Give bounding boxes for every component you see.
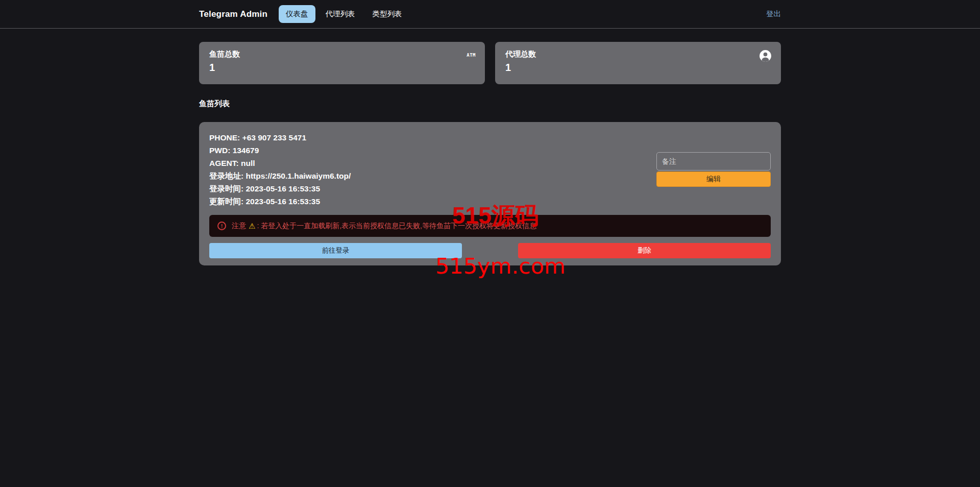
exclamation-circle-icon: ! bbox=[217, 222, 226, 230]
person-circle-icon bbox=[759, 50, 772, 64]
remark-column: 编辑 bbox=[656, 152, 771, 187]
brand-title[interactable]: Telegram Admin bbox=[199, 9, 267, 19]
atm-icon: ATM bbox=[467, 50, 476, 59]
stat-card-fish-total: 鱼苗总数 1 ATM bbox=[199, 42, 485, 84]
warning-triangle-icon: ⚠ bbox=[249, 222, 255, 231]
stats-row: 鱼苗总数 1 ATM 代理总数 1 bbox=[199, 42, 781, 84]
fish-agent-line: AGENT: null bbox=[209, 157, 351, 169]
fish-update-time-line: 更新时间: 2023-05-16 16:53:35 bbox=[209, 195, 351, 208]
fish-phone-line: PHONE: +63 907 233 5471 bbox=[209, 131, 351, 144]
fish-card-top: PHONE: +63 907 233 5471 PWD: 134679 AGEN… bbox=[209, 131, 771, 208]
fish-login-url-line: 登录地址: https://250.1.haiwaiym6.top/ bbox=[209, 169, 351, 182]
fish-login-time-line: 登录时间: 2023-05-16 16:53:35 bbox=[209, 182, 351, 195]
nav-item-dashboard[interactable]: 仪表盘 bbox=[279, 5, 315, 23]
stat-value: 1 bbox=[505, 62, 771, 74]
navbar-inner: Telegram Admin 仪表盘 代理列表 类型列表 登出 bbox=[199, 5, 781, 23]
nav-item-agent-list[interactable]: 代理列表 bbox=[318, 5, 362, 23]
stat-label: 鱼苗总数 bbox=[209, 50, 475, 59]
action-buttons-row: 前往登录 删除 bbox=[209, 243, 771, 258]
remark-input[interactable] bbox=[656, 152, 771, 171]
delete-button[interactable]: 删除 bbox=[518, 243, 771, 258]
go-login-button[interactable]: 前往登录 bbox=[209, 243, 462, 258]
fish-info-block: PHONE: +63 907 233 5471 PWD: 134679 AGEN… bbox=[209, 131, 351, 208]
nav-links: 仪表盘 代理列表 类型列表 bbox=[279, 5, 412, 23]
stat-label: 代理总数 bbox=[505, 50, 771, 59]
stat-card-agent-total: 代理总数 1 bbox=[495, 42, 781, 84]
top-navbar: Telegram Admin 仪表盘 代理列表 类型列表 登出 bbox=[0, 0, 980, 29]
auth-warning-alert: ! 注意 ⚠ : 若登入处于一直加载刷新,表示当前授权信息已失败,等待鱼苗下一次… bbox=[209, 215, 771, 237]
stat-value: 1 bbox=[209, 62, 475, 74]
main-content: 鱼苗总数 1 ATM 代理总数 1 鱼苗列表 bbox=[199, 29, 781, 265]
alert-label: 注意 bbox=[232, 222, 246, 231]
alert-text: : 若登入处于一直加载刷新,表示当前授权信息已失败,等待鱼苗下一次授权将更新授权… bbox=[257, 222, 536, 231]
logout-link[interactable]: 登出 bbox=[766, 9, 781, 19]
nav-item-type-list[interactable]: 类型列表 bbox=[365, 5, 409, 23]
fish-pwd-line: PWD: 134679 bbox=[209, 144, 351, 157]
fish-detail-card: PHONE: +63 907 233 5471 PWD: 134679 AGEN… bbox=[199, 122, 781, 265]
section-title-fish-list: 鱼苗列表 bbox=[199, 99, 781, 109]
edit-button[interactable]: 编辑 bbox=[656, 172, 771, 187]
